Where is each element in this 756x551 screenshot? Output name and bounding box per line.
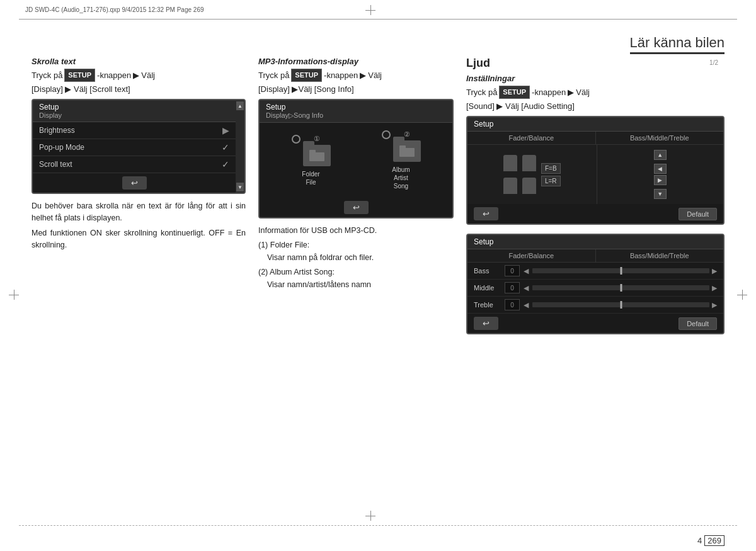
ljud-s1-footer: ↩ Default <box>467 204 723 224</box>
default-btn-ljud1[interactable]: Default <box>679 208 717 220</box>
setup-title-left: Setup <box>39 103 59 111</box>
skrolla-body: Du behöver bara skrolla när en text är f… <box>32 200 246 252</box>
setup-row-popup[interactable]: Pop-up Mode ✓ <box>33 139 236 156</box>
skrolla-title: Skrolla text <box>32 57 246 66</box>
mp3-item2-top: ② <box>382 130 421 162</box>
mp3-radio1[interactable] <box>292 135 301 144</box>
eq-middle-thumb <box>620 284 622 292</box>
eq-middle-slider[interactable] <box>532 285 709 290</box>
cross-right <box>737 290 747 300</box>
scroll-up-btn[interactable]: ▲ <box>236 101 244 110</box>
eq-bass-right[interactable]: ▶ <box>712 267 717 275</box>
setup-row-brightness[interactable]: Brightness ▶ <box>33 122 236 139</box>
mp3-instr2-text: [Display] ▶Välj [Song Info] <box>258 83 354 96</box>
mp3-radio2[interactable] <box>382 130 391 139</box>
bmt-up[interactable]: ▲ <box>654 150 667 160</box>
popup-check: ✓ <box>222 142 229 152</box>
setup-badge-right: SETUP <box>499 86 530 99</box>
mp3-item2-icon-wrap: ② <box>393 130 421 162</box>
back-btn-left[interactable]: ↩ <box>122 176 147 190</box>
page-title: Lär känna bilen <box>630 35 724 54</box>
back-btn-ljud1[interactable]: ↩ <box>474 207 498 220</box>
page-header: JD SWD-4C (Audio_171-276).qxp 9/4/2015 1… <box>0 0 756 19</box>
cross-left <box>9 290 19 300</box>
back-icon-left: ↩ <box>131 178 138 188</box>
ljud-instr-arrow: ▶ <box>568 86 574 99</box>
setup-scrollbar-left: ▲ ▼ <box>236 100 244 193</box>
bmt-left[interactable]: ◀ <box>654 164 667 174</box>
setup-badge-middle: SETUP <box>291 69 322 82</box>
mp3-item2-label: Album Artist Song <box>392 166 410 190</box>
eq-bass-thumb <box>620 267 622 275</box>
fader-area: F=B L=R <box>467 145 597 204</box>
mp3-title: MP3-Informations-display <box>258 57 454 66</box>
scroll-check: ✓ <box>222 159 229 169</box>
seat-fr <box>522 155 536 171</box>
seat-fl <box>503 155 517 171</box>
footer-page-left: 4 <box>697 536 702 545</box>
ljud-title: Ljud <box>466 57 724 70</box>
back-btn-middle[interactable]: ↩ <box>344 201 369 214</box>
eq-bass-value: 0 <box>505 265 520 276</box>
mp3-instr-arrow: ▶ <box>360 69 366 82</box>
eq-treble-left[interactable]: ◀ <box>522 301 530 309</box>
ljud-instr-end: Välj <box>576 86 590 99</box>
fb-labels: F=B L=R <box>541 163 561 186</box>
ljud-s2-footer: ↩ Default <box>467 314 723 333</box>
eq-treble-slider[interactable] <box>532 302 709 307</box>
back-btn-ljud2[interactable]: ↩ <box>474 317 498 330</box>
instr-pre: Tryck på <box>32 69 62 82</box>
seats-top <box>503 155 536 171</box>
page-footer: 4 269 <box>697 535 724 546</box>
bmt-right[interactable]: ▶ <box>654 175 667 185</box>
eq-middle-right[interactable]: ▶ <box>712 284 717 292</box>
cross-top <box>365 5 375 15</box>
setup-screen-inner: Setup 1/2 Display Brightness ▶ Pop-up Mo… <box>33 100 244 193</box>
eq-bass-slider[interactable] <box>532 268 709 273</box>
back-icon-middle: ↩ <box>353 203 360 212</box>
ljud-s2-col-headers: Fader/Balance Bass/Middle/Treble <box>467 249 723 263</box>
col-left: Skrolla text Tryck på SETUP -knappen ▶ V… <box>32 57 246 516</box>
col-right: Ljud Inställningar Tryck på SETUP -knapp… <box>466 57 724 516</box>
mp3-item2-desc-title: (2) Album Artist Song: Visar namn/artist… <box>258 266 454 291</box>
footer-page-right: 269 <box>704 535 724 546</box>
instr-post: -knappen <box>97 69 131 82</box>
mp3-setup-title: Setup <box>266 103 285 111</box>
bmt-controls: ▲ ◀ ▶ ▼ <box>597 145 724 204</box>
setup-header-left: Setup 1/2 Display <box>33 100 236 122</box>
ljud-instr-post: -knappen <box>532 86 566 99</box>
setup-row-scroll[interactable]: Scroll text ✓ <box>33 156 236 173</box>
mp3-item1: ① Folder File <box>292 135 331 186</box>
eq-treble-right[interactable]: ▶ <box>712 301 717 309</box>
fb-label1: F=B <box>541 163 561 174</box>
setup-badge-left: SETUP <box>64 69 95 82</box>
setup-footer-left: ↩ <box>33 173 236 193</box>
svg-rect-2 <box>399 148 415 157</box>
eq-middle-label: Middle <box>474 284 502 292</box>
setup-content-left: Setup 1/2 Display Brightness ▶ Pop-up Mo… <box>33 100 236 193</box>
svg-rect-3 <box>399 145 406 149</box>
skrolla-body1: Du behöver bara skrolla när en text är f… <box>32 200 246 225</box>
mp3-instr1: Tryck på SETUP -knappen ▶ Välj <box>258 69 454 82</box>
eq-middle-left[interactable]: ◀ <box>522 284 530 292</box>
mp3-instr-post: -knappen <box>324 69 358 82</box>
ljud-screen2-header: Setup <box>467 235 723 249</box>
brightness-label: Brightness <box>39 126 222 135</box>
bmt-down[interactable]: ▼ <box>654 189 667 199</box>
eq-treble-thumb <box>620 301 622 309</box>
scroll-label: Scroll text <box>39 160 222 169</box>
default-btn-ljud2[interactable]: Default <box>679 317 717 330</box>
mp3-item1-icon-wrap: ① <box>303 135 331 166</box>
mp3-breadcrumb: Display▷Song Info <box>266 111 446 120</box>
setup-screen-middle: Setup Display▷Song Info ① <box>258 99 454 219</box>
mp3-body1: Information för USB och MP3-CD. <box>258 225 454 237</box>
setup-header-middle: Setup Display▷Song Info <box>260 100 452 123</box>
mp3-content: ① Folder File <box>260 123 452 198</box>
page-border-top <box>19 19 737 20</box>
eq-bass-left[interactable]: ◀ <box>522 267 530 275</box>
skrolla-body2: Med funktionen ON sker skrollning kontin… <box>32 227 246 252</box>
popup-label: Pop-up Mode <box>39 143 222 152</box>
bmt-arrow-controls: ▲ ◀ ▶ ▼ <box>654 150 667 199</box>
skrolla-instr2: [Display] ▶ Välj [Scroll text] <box>32 83 246 96</box>
scroll-down-btn[interactable]: ▼ <box>236 183 244 191</box>
